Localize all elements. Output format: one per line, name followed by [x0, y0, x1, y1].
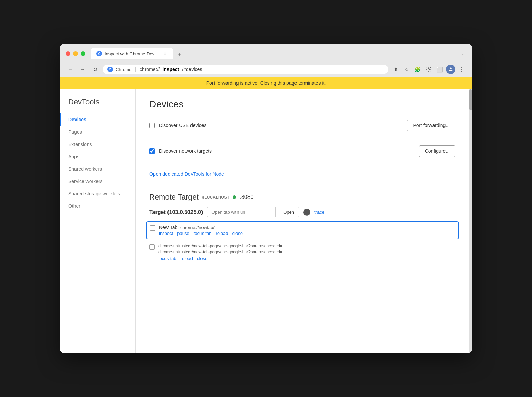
- tab-favicon: C: [96, 51, 102, 56]
- inspect-link[interactable]: inspect: [159, 231, 173, 236]
- close-button[interactable]: [66, 51, 70, 56]
- tab-entry-checkbox[interactable]: [150, 225, 155, 231]
- toolbar-icons: ⬆ ☆ 🧩 ⬜ ⋮: [391, 65, 466, 74]
- title-bar: C Inspect with Chrome Develop... × + ⌄: [60, 44, 472, 62]
- remote-target-header: Remote Target #LOCALHOST :8080: [149, 193, 455, 202]
- status-dot: [233, 195, 236, 199]
- scroll-thumb[interactable]: [469, 89, 472, 110]
- tab-info: New Tab chrome://newtab/ inspect pause f…: [159, 225, 455, 236]
- sidebar-item-other[interactable]: Other: [60, 200, 135, 212]
- focus-tab-link-2[interactable]: focus tab: [158, 256, 176, 261]
- tab-close-button[interactable]: ×: [162, 51, 168, 56]
- new-tab-button[interactable]: +: [175, 49, 184, 59]
- content-area: Devices Discover USB devices Port forwar…: [136, 89, 469, 353]
- menu-button[interactable]: ⋮: [457, 65, 466, 74]
- trace-link[interactable]: trace: [314, 209, 324, 215]
- sidebar-item-apps[interactable]: Apps: [60, 150, 135, 163]
- divider-1: [149, 138, 455, 138]
- discover-usb-row: Discover USB devices Port forwarding...: [149, 120, 455, 131]
- sidebar-item-pages[interactable]: Pages: [60, 126, 135, 138]
- sidebar-item-service-workers[interactable]: Service workers: [60, 175, 135, 188]
- active-tab[interactable]: C Inspect with Chrome Develop... ×: [91, 48, 173, 59]
- tab-info-2: chrome-untrusted://new-tab-page/one-goog…: [158, 243, 455, 261]
- profile-icon[interactable]: [446, 65, 455, 74]
- url-favicon: C: [107, 67, 113, 72]
- reload-button[interactable]: ↻: [90, 65, 100, 74]
- tab-actions-2: focus tab reload close: [158, 256, 455, 261]
- split-button[interactable]: ⬜: [435, 65, 444, 74]
- sidebar-item-extensions[interactable]: Extensions: [60, 138, 135, 150]
- tab-title: Inspect with Chrome Develop...: [105, 51, 160, 56]
- port-forwarding-button[interactable]: Port forwarding...: [407, 120, 455, 131]
- discover-network-row: Discover network targets Configure...: [149, 145, 455, 157]
- devtools-button[interactable]: [424, 65, 433, 74]
- back-button[interactable]: ←: [66, 65, 75, 74]
- tab-expand-button[interactable]: ⌄: [462, 52, 466, 59]
- sidebar: DevTools Devices Pages Extensions Apps S…: [60, 89, 136, 353]
- svg-point-0: [428, 69, 430, 70]
- scrollbar[interactable]: [469, 89, 472, 353]
- tab-name: New Tab chrome://newtab/: [159, 225, 455, 230]
- banner-text: Port forwarding is active. Closing this …: [206, 80, 326, 86]
- divider-2: [149, 164, 455, 164]
- open-tab-input[interactable]: [207, 207, 276, 217]
- tab-entry-newtab: New Tab chrome://newtab/ inspect pause f…: [146, 221, 459, 239]
- close-link-2[interactable]: close: [197, 256, 207, 261]
- minimize-button[interactable]: [73, 51, 78, 56]
- page-title: Devices: [149, 99, 455, 110]
- forward-button[interactable]: →: [78, 65, 88, 74]
- port-forwarding-banner: Port forwarding is active. Closing this …: [60, 77, 472, 89]
- share-button[interactable]: ⬆: [391, 65, 401, 74]
- reload-link[interactable]: reload: [216, 231, 228, 236]
- extensions-button[interactable]: 🧩: [413, 65, 423, 74]
- sidebar-item-shared-storage-worklets[interactable]: Shared storage worklets: [60, 188, 135, 200]
- tab-url-inline: chrome://newtab/: [180, 225, 215, 230]
- tab-entry-2-checkbox[interactable]: [149, 244, 155, 250]
- bookmark-button[interactable]: ☆: [402, 65, 412, 74]
- discover-network-checkbox[interactable]: [149, 148, 155, 154]
- sidebar-item-devices[interactable]: Devices: [60, 113, 135, 126]
- remote-target-host: #LOCALHOST: [202, 195, 230, 199]
- sidebar-heading: DevTools: [60, 98, 135, 113]
- sidebar-item-shared-workers[interactable]: Shared workers: [60, 163, 135, 175]
- discover-usb-label: Discover USB devices: [149, 123, 207, 128]
- configure-button[interactable]: Configure...: [419, 145, 455, 157]
- url-input-row: Open: [207, 207, 299, 217]
- discover-usb-checkbox[interactable]: [149, 123, 155, 128]
- remote-port: :8080: [240, 194, 253, 200]
- devtools-node-link[interactable]: Open dedicated DevTools for Node: [149, 171, 224, 177]
- reload-link-2[interactable]: reload: [181, 256, 193, 261]
- tab-url-line2: chrome-untrusted://new-tab-page/one-goog…: [158, 250, 455, 254]
- maximize-button[interactable]: [81, 51, 85, 56]
- remote-target-title: Remote Target: [149, 193, 199, 202]
- window-controls: [66, 51, 85, 56]
- browser-window: C Inspect with Chrome Develop... × + ⌄ ←…: [60, 44, 472, 353]
- target-name: Target (103.0.5025.0): [149, 209, 203, 215]
- tab-entry-untrusted: chrome-untrusted://new-tab-page/one-goog…: [149, 239, 455, 265]
- open-button[interactable]: Open: [278, 207, 299, 217]
- tab-actions: inspect pause focus tab reload close: [159, 231, 455, 236]
- url-bar[interactable]: C Chrome | chrome://inspect/#devices: [103, 65, 388, 74]
- tab-url-line1: chrome-untrusted://new-tab-page/one-goog…: [158, 243, 455, 248]
- url-suffix: /#devices: [182, 67, 202, 72]
- pause-link[interactable]: pause: [177, 231, 189, 236]
- divider-3: [149, 184, 455, 184]
- main-content: DevTools Devices Pages Extensions Apps S…: [60, 89, 472, 353]
- discover-network-label: Discover network targets: [149, 148, 212, 154]
- address-bar: ← → ↻ C Chrome | chrome://inspect/#devic…: [60, 62, 472, 77]
- focus-tab-link[interactable]: focus tab: [194, 231, 212, 236]
- url-separator: |: [135, 67, 136, 72]
- info-icon[interactable]: i: [303, 209, 310, 216]
- target-header: Target (103.0.5025.0) Open i trace: [149, 207, 455, 217]
- url-bold-part: inspect: [162, 67, 179, 72]
- url-prefix: chrome://: [140, 67, 160, 72]
- chrome-label: Chrome: [116, 67, 131, 72]
- close-link[interactable]: close: [232, 231, 243, 236]
